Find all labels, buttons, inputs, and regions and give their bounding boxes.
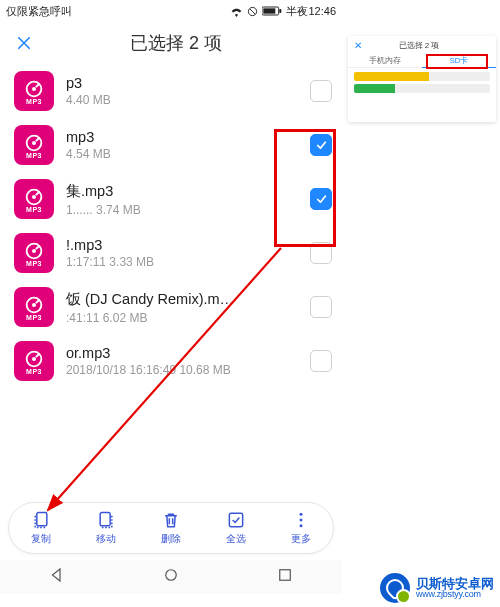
watermark: 贝斯特安卓网 www.zjbstyy.com	[380, 573, 494, 603]
file-meta: 1...... 3.74 MB	[66, 203, 302, 217]
file-name: p3	[66, 75, 302, 93]
svg-line-1	[250, 8, 256, 14]
file-info: p34.40 MB	[66, 75, 302, 107]
svg-point-26	[299, 513, 302, 516]
nav-back-icon	[48, 566, 66, 584]
file-info: mp34.54 MB	[66, 129, 302, 161]
file-checkbox[interactable]	[310, 188, 332, 210]
nav-recents-button[interactable]	[276, 566, 294, 588]
svg-rect-23	[37, 513, 47, 526]
callout-bar-2	[354, 84, 490, 93]
file-info: !.mp31:17:11 3.33 MB	[66, 237, 302, 269]
bottom-toolbar: 复制 移动 删除 全选 更多	[8, 502, 334, 554]
file-name: 饭 (DJ Candy Remix).m…	[66, 290, 302, 311]
svg-point-29	[166, 570, 177, 581]
svg-rect-30	[280, 570, 291, 581]
file-info: 集.mp31...... 3.74 MB	[66, 182, 302, 217]
mp3-label: MP3	[26, 368, 42, 375]
more-button[interactable]: 更多	[291, 510, 311, 546]
file-name: or.mp3	[66, 345, 302, 363]
more-icon	[291, 510, 311, 530]
select-all-icon	[226, 510, 246, 530]
status-right: 半夜12:46	[230, 4, 336, 19]
file-row[interactable]: MP3mp34.54 MB	[0, 118, 342, 172]
file-name: mp3	[66, 129, 302, 147]
file-info: 饭 (DJ Candy Remix).m…:41:11 6.02 MB	[66, 290, 302, 325]
file-name: 集.mp3	[66, 182, 302, 203]
svg-line-19	[36, 299, 40, 303]
mp3-label: MP3	[26, 98, 42, 105]
svg-line-13	[36, 191, 40, 195]
file-meta: :41:11 6.02 MB	[66, 311, 302, 325]
mp3-label: MP3	[26, 206, 42, 213]
watermark-logo-icon	[380, 573, 410, 603]
file-meta: 1:17:11 3.33 MB	[66, 255, 302, 269]
copy-button[interactable]: 复制	[31, 510, 51, 546]
header-bar: 已选择 2 项	[0, 22, 342, 64]
svg-line-7	[36, 83, 40, 87]
mp3-label: MP3	[26, 152, 42, 159]
callout-thumbnail: ✕ 已选择 2 项 手机内存 SD卡	[348, 36, 496, 122]
svg-rect-25	[229, 513, 242, 526]
svg-line-22	[36, 353, 40, 357]
file-checkbox[interactable]	[310, 242, 332, 264]
status-bar: 仅限紧急呼叫 半夜12:46	[0, 0, 342, 22]
mp3-thumbnail-icon: MP3	[14, 341, 54, 381]
mp3-thumbnail-icon: MP3	[14, 179, 54, 219]
file-row[interactable]: MP3p34.40 MB	[0, 64, 342, 118]
file-row[interactable]: MP3!.mp31:17:11 3.33 MB	[0, 226, 342, 280]
file-row[interactable]: MP3or.mp32018/10/18 16:16:49 10.68 MB	[0, 334, 342, 388]
svg-line-16	[36, 245, 40, 249]
nav-home-button[interactable]	[162, 566, 180, 588]
svg-point-6	[32, 86, 36, 90]
nav-recent-icon	[276, 566, 294, 584]
status-time: 半夜12:46	[286, 4, 336, 19]
file-name: !.mp3	[66, 237, 302, 255]
trash-icon	[161, 510, 181, 530]
svg-point-12	[32, 194, 36, 198]
callout-tab-phone: 手机内存	[348, 54, 422, 68]
svg-line-10	[36, 137, 40, 141]
status-carrier: 仅限紧急呼叫	[6, 4, 72, 19]
copy-icon	[31, 510, 51, 530]
callout-bar-1	[354, 72, 490, 81]
file-row[interactable]: MP3集.mp31...... 3.74 MB	[0, 172, 342, 226]
file-checkbox[interactable]	[310, 80, 332, 102]
do-not-disturb-icon	[247, 6, 258, 17]
nav-home-icon	[162, 566, 180, 584]
file-meta: 4.54 MB	[66, 147, 302, 161]
callout-title: 已选择 2 项	[356, 40, 482, 51]
file-meta: 4.40 MB	[66, 93, 302, 107]
mp3-label: MP3	[26, 260, 42, 267]
svg-point-9	[32, 140, 36, 144]
file-list: MP3p34.40 MBMP3mp34.54 MBMP3集.mp31......…	[0, 64, 342, 388]
watermark-url: www.zjbstyy.com	[416, 590, 494, 599]
delete-label: 删除	[161, 532, 181, 546]
battery-icon	[262, 6, 282, 16]
select-all-button[interactable]: 全选	[226, 510, 246, 546]
file-checkbox[interactable]	[310, 296, 332, 318]
page-title: 已选择 2 项	[20, 31, 332, 55]
mp3-label: MP3	[26, 314, 42, 321]
svg-point-28	[299, 524, 302, 527]
svg-rect-24	[100, 513, 110, 526]
file-info: or.mp32018/10/18 16:16:49 10.68 MB	[66, 345, 302, 377]
android-nav-bar	[0, 560, 342, 594]
file-row[interactable]: MP3饭 (DJ Candy Remix).m…:41:11 6.02 MB	[0, 280, 342, 334]
callout-annotation-box	[426, 54, 488, 69]
file-checkbox[interactable]	[310, 134, 332, 156]
move-button[interactable]: 移动	[96, 510, 116, 546]
move-icon	[96, 510, 116, 530]
mp3-thumbnail-icon: MP3	[14, 287, 54, 327]
svg-rect-3	[264, 8, 276, 13]
select-all-label: 全选	[226, 532, 246, 546]
wifi-icon	[230, 6, 243, 17]
nav-back-button[interactable]	[48, 566, 66, 588]
file-checkbox[interactable]	[310, 350, 332, 372]
delete-button[interactable]: 删除	[161, 510, 181, 546]
mp3-thumbnail-icon: MP3	[14, 233, 54, 273]
move-label: 移动	[96, 532, 116, 546]
svg-point-18	[32, 302, 36, 306]
svg-rect-4	[280, 9, 282, 13]
file-meta: 2018/10/18 16:16:49 10.68 MB	[66, 363, 302, 377]
